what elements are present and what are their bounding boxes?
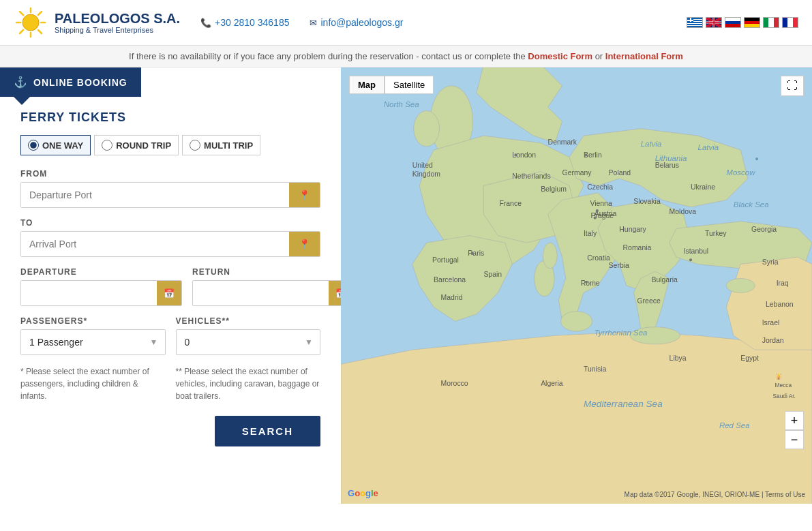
phone-link[interactable]: +30 2810 346185	[215, 17, 289, 28]
from-input[interactable]	[21, 183, 289, 207]
map-container[interactable]: Map Satellite ⛶	[341, 67, 812, 504]
svg-text:Moscow: Moscow	[726, 168, 755, 177]
to-location-button[interactable]	[289, 232, 320, 256]
flag-fr[interactable]	[782, 17, 798, 28]
notes-row: * Please select the exact number of pass…	[20, 365, 320, 402]
header-email: info@paleologos.gr	[310, 17, 403, 28]
svg-line-6	[38, 30, 42, 33]
trip-radio-multi-trip[interactable]	[190, 140, 200, 151]
svg-text:Bulgaria: Bulgaria	[651, 276, 678, 284]
vehicles-group: VEHICLES** 0 1 2 3 ▼	[176, 316, 321, 355]
flag-de[interactable]	[744, 17, 760, 28]
svg-text:Belarus: Belarus	[655, 162, 679, 169]
vehicles-select-wrapper: 0 1 2 3 ▼	[176, 329, 321, 355]
map-zoom-out-button[interactable]: −	[785, 430, 804, 449]
return-label: RETURN	[192, 267, 354, 277]
svg-point-85	[596, 209, 599, 212]
svg-point-89	[471, 252, 474, 255]
to-label: TO	[20, 218, 320, 228]
svg-text:Vienna: Vienna	[590, 200, 612, 207]
search-button[interactable]: SEARCH	[215, 416, 320, 446]
svg-text:Moldova: Moldova	[670, 208, 697, 215]
svg-line-8	[20, 30, 23, 33]
trip-type-selector: ONE WAY ROUND TRIP MULTI TRIP	[20, 135, 320, 155]
logo-tagline: Shipping & Travel Enterprises	[55, 26, 180, 34]
map-zoom-buttons: + −	[785, 411, 804, 449]
svg-text:Ukraine: Ukraine	[691, 183, 715, 191]
departure-input[interactable]: 18/12/2017	[21, 281, 157, 305]
svg-point-83	[514, 153, 517, 156]
to-input[interactable]	[21, 232, 289, 256]
map-area: Map Satellite ⛶	[341, 67, 812, 504]
domestic-form-link[interactable]: Domestic Form	[528, 51, 592, 61]
header: PALEOLOGOS S.A. Shipping & Travel Enterp…	[0, 0, 812, 46]
svg-text:Iraq: Iraq	[777, 279, 789, 287]
flag-it[interactable]	[763, 17, 779, 28]
svg-text:France: France	[499, 200, 522, 207]
vehicles-label: VEHICLES**	[176, 316, 321, 326]
svg-point-84	[584, 153, 587, 156]
svg-text:Poland: Poland	[609, 169, 631, 177]
svg-text:North Sea: North Sea	[384, 100, 419, 108]
svg-point-9	[25, 17, 36, 28]
from-label: FROM	[20, 169, 320, 179]
left-panel: ONLINE BOOKING FERRY TICKETS ONE WAY ROU…	[0, 67, 341, 504]
trip-radio-one-way[interactable]	[28, 140, 39, 151]
svg-text:Belgium: Belgium	[541, 185, 567, 193]
ferry-form: FERRY TICKETS ONE WAY ROUND TRIP MULTI T…	[0, 97, 341, 460]
svg-text:Tyrrhenian Sea: Tyrrhenian Sea	[595, 329, 648, 337]
departure-group: DEPARTURE 18/12/2017	[20, 267, 182, 306]
logo-icon	[14, 5, 48, 40]
svg-text:Istanbul: Istanbul	[684, 247, 709, 255]
map-zoom-in-button[interactable]: +	[785, 411, 804, 430]
svg-text:Turkey: Turkey	[705, 230, 727, 237]
international-form-link[interactable]: International Form	[605, 51, 683, 61]
booking-tab[interactable]: ONLINE BOOKING	[0, 67, 141, 97]
trip-type-multi-trip[interactable]: MULTI TRIP	[182, 135, 260, 155]
svg-text:Latvia: Latvia	[641, 140, 662, 148]
info-or: or	[595, 51, 603, 61]
trip-radio-round-trip[interactable]	[102, 140, 112, 151]
svg-point-88	[689, 258, 692, 261]
svg-point-28	[543, 243, 557, 269]
svg-text:Kingdom: Kingdom	[412, 170, 441, 178]
email-icon	[310, 17, 317, 28]
google-logo: Google	[348, 488, 378, 498]
trip-type-one-way[interactable]: ONE WAY	[20, 135, 91, 155]
svg-text:Red Sea: Red Sea	[719, 421, 750, 429]
svg-text:Black Sea: Black Sea	[734, 200, 769, 209]
svg-text:Hungary: Hungary	[619, 226, 646, 233]
svg-text:Mediterranean Sea: Mediterranean Sea	[584, 399, 663, 409]
passengers-note: * Please select the exact number of pass…	[20, 365, 166, 402]
trip-type-round-trip[interactable]: ROUND TRIP	[94, 135, 179, 155]
search-button-wrapper: SEARCH	[20, 416, 320, 446]
map-expand-button[interactable]: ⛶	[781, 76, 804, 96]
anchor-icon	[14, 76, 28, 89]
svg-line-7	[38, 12, 42, 15]
email-link[interactable]: info@paleologos.gr	[320, 17, 403, 28]
svg-text:●: ●	[755, 155, 759, 162]
location-icon	[299, 189, 310, 201]
svg-text:Netherlands: Netherlands	[512, 172, 550, 180]
svg-text:Georgia: Georgia	[751, 226, 777, 233]
info-bar: If there is no availability or if you fa…	[0, 46, 812, 67]
logo-company-name: PALEOLOGOS S.A.	[55, 11, 180, 26]
passengers-select[interactable]: 1 Passenger 2 Passengers 3 Passengers 4 …	[21, 330, 165, 354]
departure-calendar-button[interactable]	[157, 281, 181, 305]
satellite-button[interactable]: Satellite	[385, 76, 434, 94]
svg-text:Mecca: Mecca	[775, 382, 792, 389]
flag-ru[interactable]	[725, 17, 741, 28]
return-input[interactable]: 19/12/2017	[193, 281, 329, 305]
from-input-wrapper	[20, 182, 320, 208]
svg-text:Denmark: Denmark	[548, 138, 577, 146]
from-location-button[interactable]	[289, 183, 320, 207]
to-input-wrapper	[20, 231, 320, 257]
return-input-wrapper: 19/12/2017	[192, 280, 354, 306]
vehicles-select[interactable]: 0 1 2 3	[177, 330, 320, 354]
departure-input-wrapper: 18/12/2017	[20, 280, 182, 306]
svg-text:Lebanon: Lebanon	[766, 301, 794, 308]
map-button[interactable]: Map	[349, 76, 385, 94]
from-group: FROM	[20, 169, 320, 208]
flag-gr[interactable]	[687, 17, 703, 28]
flag-gb[interactable]	[706, 17, 722, 28]
